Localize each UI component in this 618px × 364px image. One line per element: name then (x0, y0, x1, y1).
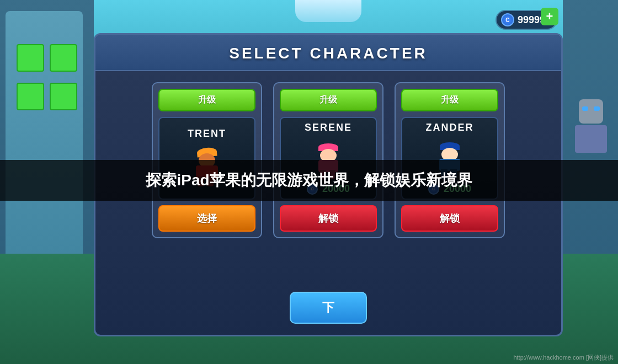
dialog-title-bar: SELECT CHARACTER (95, 35, 561, 71)
character-name-serene: SERENE (305, 122, 352, 133)
dialog-title: SELECT CHARACTER (95, 45, 561, 62)
next-button[interactable]: 下 (290, 292, 367, 324)
green-display-4 (50, 83, 77, 110)
coin-icon: C (501, 13, 514, 26)
watermark: http://www.hackhome.com [网侠]提供 (513, 354, 614, 362)
ceiling-light (295, 0, 361, 22)
select-button-trent[interactable]: 选择 (158, 205, 255, 232)
upgrade-button-zander[interactable]: 升级 (401, 89, 498, 111)
green-display-3 (17, 83, 44, 110)
green-display-1 (17, 44, 44, 72)
overlay-banner: 探索iPad苹果的无限游戏世界，解锁娱乐新境界 (0, 160, 618, 201)
overlay-text: 探索iPad苹果的无限游戏世界，解锁娱乐新境界 (17, 170, 601, 191)
upgrade-button-serene[interactable]: 升级 (280, 89, 377, 111)
character-name-trent: TRENT (188, 128, 226, 140)
unlock-button-zander[interactable]: 解锁 (401, 205, 498, 232)
unlock-button-serene[interactable]: 解锁 (280, 205, 377, 232)
green-display-2 (50, 44, 77, 72)
upgrade-button-trent[interactable]: 升级 (158, 89, 255, 111)
character-name-zander: ZANDER (426, 122, 474, 133)
add-currency-button[interactable]: + (541, 8, 558, 25)
